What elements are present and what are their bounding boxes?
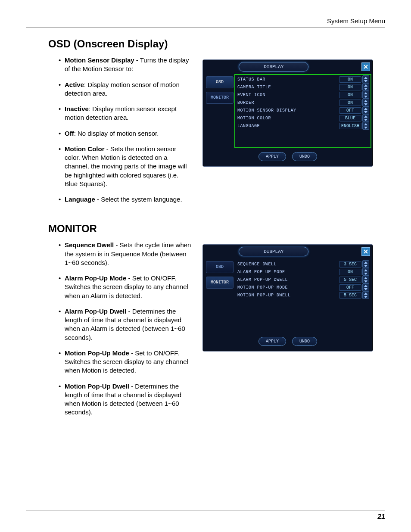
- value-spinner[interactable]: [362, 114, 369, 122]
- panel-titlebar: DISPLAY: [205, 246, 371, 257]
- setting-value[interactable]: 5 SEC: [339, 277, 361, 283]
- setting-value[interactable]: ON: [339, 269, 361, 275]
- apply-button[interactable]: APPLY: [258, 152, 286, 161]
- settings-list-monitor: SEQUENCE DWELL3 SECALARM POP-UP MODEONAL…: [235, 259, 371, 333]
- value-spinner[interactable]: [362, 268, 369, 276]
- value-spinner[interactable]: [362, 83, 369, 91]
- setting-value[interactable]: ON: [339, 84, 361, 90]
- bullet-item: Off: No display of motion sensor.: [59, 129, 192, 138]
- display-panel-monitor: DISPLAY OSDMONITOR SEQUENCE DWELL3 SECAL…: [202, 244, 373, 352]
- setting-row: CAMERA TITLEON: [236, 83, 369, 91]
- setting-row: EVENT ICONON: [236, 91, 369, 99]
- value-spinner[interactable]: [362, 99, 369, 106]
- settings-list-osd: STATUS BARONCAMERA TITLEONEVENT ICONONBO…: [235, 75, 371, 148]
- spinner-down-icon[interactable]: [363, 118, 369, 121]
- panel-title: DISPLAY: [239, 247, 308, 256]
- value-spinner[interactable]: [362, 276, 369, 283]
- bullet-item: Alarm Pop-Up Dwell - Determines the leng…: [59, 307, 192, 342]
- spinner-down-icon[interactable]: [363, 126, 369, 129]
- side-tab-osd[interactable]: OSD: [206, 76, 234, 88]
- undo-button[interactable]: UNDO: [292, 337, 317, 346]
- bullet-term: Inactive: [65, 105, 89, 112]
- monitor-panel-container: DISPLAY OSDMONITOR SEQUENCE DWELL3 SECAL…: [192, 241, 385, 352]
- spinner-down-icon[interactable]: [363, 87, 369, 90]
- spinner-down-icon[interactable]: [363, 295, 369, 299]
- setting-label: ALARM POP-UP MODE: [236, 270, 339, 274]
- value-spinner[interactable]: [362, 122, 369, 130]
- spinner-down-icon[interactable]: [363, 79, 369, 83]
- spinner-down-icon[interactable]: [363, 272, 369, 275]
- spinner-up-icon[interactable]: [363, 76, 369, 79]
- side-tab-monitor[interactable]: MONITOR: [206, 277, 234, 289]
- setting-row: MOTION COLORBLUE: [236, 114, 369, 122]
- setting-row: MOTION POP-UP DWELL5 SEC: [236, 291, 369, 299]
- bullet-term: Motion Color: [65, 145, 104, 152]
- bullet-term: Sequence Dwell: [65, 241, 114, 249]
- page-number: 21: [26, 513, 385, 521]
- setting-value[interactable]: OFF: [339, 284, 361, 291]
- spinner-up-icon[interactable]: [363, 292, 369, 295]
- bullet-item: Alarm Pop-Up Mode - Set to ON/OFF. Switc…: [59, 274, 192, 300]
- value-spinner[interactable]: [362, 291, 369, 299]
- setting-row: SEQUENCE DWELL3 SEC: [236, 260, 369, 268]
- bullet-term: Motion Pop-Up Mode: [65, 349, 129, 357]
- spinner-up-icon[interactable]: [363, 284, 369, 287]
- setting-value[interactable]: ON: [339, 100, 361, 106]
- panel-body: OSDMONITOR SEQUENCE DWELL3 SECALARM POP-…: [205, 259, 371, 333]
- setting-value[interactable]: BLUE: [339, 115, 361, 121]
- close-icon[interactable]: [361, 247, 370, 256]
- bullet-item: Motion Pop-Up Mode - Set to ON/OFF. Swit…: [59, 349, 192, 375]
- spinner-up-icon[interactable]: [363, 276, 369, 280]
- setting-value[interactable]: ENGLISH: [339, 123, 361, 129]
- setting-label: MOTION POP-UP DWELL: [236, 293, 339, 298]
- breadcrumb: System Setup Menu: [327, 17, 385, 25]
- spinner-up-icon[interactable]: [363, 91, 369, 95]
- setting-row: BORDERON: [236, 99, 369, 106]
- osd-two-column: Motion Sensor Display - Turns the displa…: [26, 56, 385, 211]
- monitor-bullet-list: Sequence Dwell - Sets the cycle time whe…: [59, 241, 192, 423]
- setting-value[interactable]: OFF: [339, 107, 361, 114]
- monitor-two-column: Sequence Dwell - Sets the cycle time whe…: [26, 241, 385, 423]
- spinner-down-icon[interactable]: [363, 287, 369, 291]
- display-panel-osd: DISPLAY OSDMONITOR STATUS BARONCAMERA TI…: [202, 59, 373, 167]
- setting-row: STATUS BARON: [236, 75, 369, 83]
- spinner-up-icon[interactable]: [363, 122, 369, 126]
- spinner-down-icon[interactable]: [363, 280, 369, 283]
- value-spinner[interactable]: [362, 283, 369, 291]
- setting-label: MOTION SENSOR DISPLAY: [236, 108, 339, 113]
- bullet-term: Alarm Pop-Up Mode: [65, 274, 126, 282]
- setting-label: STATUS BAR: [236, 77, 339, 82]
- setting-value[interactable]: ON: [339, 92, 361, 98]
- spinner-up-icon[interactable]: [363, 115, 369, 118]
- spinner-up-icon[interactable]: [363, 84, 369, 87]
- spinner-down-icon[interactable]: [363, 95, 369, 98]
- apply-button[interactable]: APPLY: [258, 337, 286, 346]
- side-tab-osd[interactable]: OSD: [206, 261, 234, 273]
- value-spinner[interactable]: [362, 106, 369, 114]
- setting-value[interactable]: 5 SEC: [339, 292, 361, 299]
- panel-titlebar: DISPLAY: [205, 62, 371, 72]
- value-spinner[interactable]: [362, 75, 369, 83]
- spinner-down-icon[interactable]: [363, 110, 369, 114]
- undo-button[interactable]: UNDO: [292, 152, 317, 161]
- spinner-down-icon[interactable]: [363, 103, 369, 106]
- spinner-up-icon[interactable]: [363, 107, 369, 110]
- bullet-term: Motion Sensor Display: [65, 56, 134, 64]
- spinner-up-icon[interactable]: [363, 261, 369, 264]
- side-tabs: OSDMONITOR: [205, 75, 235, 148]
- value-spinner[interactable]: [362, 260, 369, 268]
- close-icon[interactable]: [361, 62, 370, 71]
- spinner-up-icon[interactable]: [363, 99, 369, 103]
- side-tabs: OSDMONITOR: [205, 259, 235, 333]
- footer-rule: [26, 510, 385, 510]
- side-tab-monitor[interactable]: MONITOR: [206, 92, 234, 104]
- spinner-down-icon[interactable]: [363, 264, 369, 268]
- osd-bullet-list: Motion Sensor Display - Turns the displa…: [59, 56, 192, 211]
- setting-label: BORDER: [236, 100, 339, 105]
- setting-label: EVENT ICON: [236, 93, 339, 97]
- spinner-up-icon[interactable]: [363, 268, 369, 272]
- setting-label: LANGUAGE: [236, 124, 339, 128]
- setting-value[interactable]: ON: [339, 76, 361, 83]
- value-spinner[interactable]: [362, 91, 369, 99]
- setting-value[interactable]: 3 SEC: [339, 261, 361, 268]
